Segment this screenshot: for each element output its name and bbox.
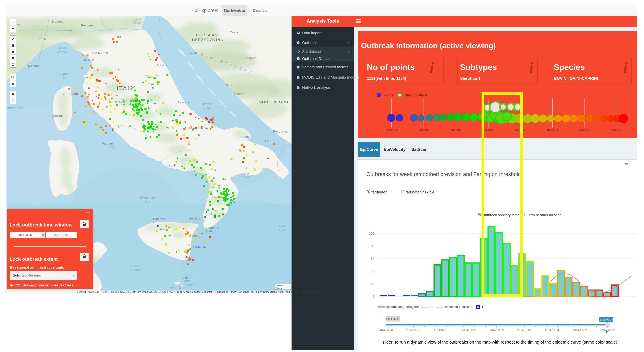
svg-text:Gulf of: Gulf of [56,46,66,50]
svg-text:2014-07-15: 2014-07-15 [434,329,448,332]
svg-text:Sarajevo: Sarajevo [244,56,256,60]
svg-text:Dec 2014: Dec 2014 [579,128,590,131]
svg-text:HERZEGOVINA: HERZEGOVINA [192,38,223,42]
svg-text:Venice: Venice [132,21,141,24]
svg-text:Siracusa: Siracusa [193,245,206,248]
svg-text:2014-08-12: 2014-08-12 [462,329,476,332]
svg-text:Foggia: Foggia [240,135,250,138]
svg-text:Jan 2015: Jan 2015 [612,128,622,131]
svg-text:Pescara: Pescara [178,101,190,104]
svg-text:2014-11-04: 2014-11-04 [545,329,559,332]
svg-text:Ionian: Ionian [278,224,286,228]
svg-text:Valletta: Valletta [182,276,192,280]
svg-text:0: 0 [373,294,374,298]
svg-text:Torino: Torino [37,38,46,41]
svg-text:Jul 2014: Jul 2014 [419,128,429,131]
svg-text:Ancona: Ancona [156,64,168,67]
svg-text:Modena: Modena [52,20,64,23]
svg-text:MALTA: MALTA [171,286,181,290]
svg-text:ITALY: ITALY [117,85,136,92]
svg-text:Sea: Sea [144,200,150,203]
svg-text:anean Sea: anean Sea [7,106,24,110]
svg-text:2014-06-17: 2014-06-17 [406,329,420,332]
svg-text:BOSNIA AND: BOSNIA AND [194,33,221,37]
svg-text:Sicilian: Sicilian [131,264,142,268]
svg-text:Bari: Bari [264,140,270,143]
svg-text:Sea: Sea [204,106,210,110]
svg-text:Adriatic: Adriatic [202,102,212,106]
svg-text:Channel: Channel [130,268,142,272]
svg-text:40: 40 [371,269,374,273]
svg-text:2014-05-20: 2014-05-20 [379,329,393,332]
svg-text:Ajaccio: Ajaccio [52,114,63,118]
svg-text:Podgorica: Podgorica [273,130,288,133]
svg-text:Tyrrhenian: Tyrrhenian [140,196,155,199]
svg-text:Monaco: Monaco [28,64,40,68]
svg-text:Tuzla: Tuzla [230,31,238,34]
svg-text:Livorno: Livorno [83,58,94,61]
svg-text:Forli: Forli [114,35,121,38]
svg-text:Jun 2014: Jun 2014 [386,128,397,131]
svg-text:Mostar: Mostar [234,92,244,96]
svg-text:Messina: Messina [188,217,200,220]
svg-text:Sea: Sea [279,228,285,232]
svg-text:Napoli: Napoli [166,164,176,167]
svg-text:Parma: Parma [63,28,73,32]
svg-text:Genoa: Genoa [56,50,66,54]
svg-text:Nov 2014: Nov 2014 [547,128,558,131]
svg-text:Bologna: Bologna [81,24,93,27]
svg-text:Gulf of: Gulf of [241,172,250,175]
svg-text:2014-09-09: 2014-09-09 [490,329,504,332]
svg-text:Reggio di: Reggio di [206,226,219,230]
svg-text:City: City [108,145,114,148]
svg-text:80: 80 [371,244,374,248]
svg-text:60: 60 [371,257,374,260]
svg-text:San Marino: San Marino [92,51,108,54]
svg-text:2014-10-07: 2014-10-07 [517,329,531,332]
svg-text:Sea: Sea [63,76,68,80]
svg-text:Palermo: Palermo [153,217,165,220]
svg-text:Aug 2014: Aug 2014 [450,128,462,131]
svg-text:20: 20 [371,282,374,286]
svg-text:MONTENEGRO: MONTENEGRO [259,100,288,104]
svg-text:Zadar: Zadar [189,51,197,54]
svg-text:Ligurian: Ligurian [60,72,72,76]
svg-text:100: 100 [369,232,374,236]
svg-text:Channel: Channel [182,283,194,286]
svg-text:Split: Split [226,84,232,87]
svg-text:Gulf of: Gulf of [132,18,141,21]
svg-text:Calabria: Calabria [206,230,218,233]
svg-text:Taranto: Taranto [240,176,250,179]
svg-text:Vatican: Vatican [102,142,113,145]
svg-text:2014-12-02: 2014-12-02 [573,329,587,332]
